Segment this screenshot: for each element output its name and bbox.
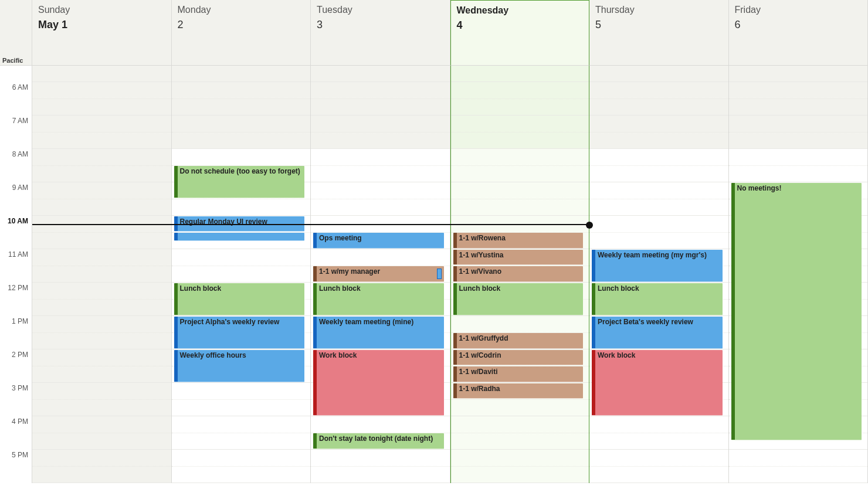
day-column-tuesday[interactable]: Ops meeting1-1 w/my managerLunch blockWe… xyxy=(311,66,450,483)
calendar-event[interactable] xyxy=(174,233,305,241)
time-slot[interactable] xyxy=(589,149,728,182)
event-title: Ops meeting xyxy=(319,234,362,242)
calendar-event[interactable]: Ops meeting xyxy=(313,233,444,249)
day-column-friday[interactable]: No meetings! xyxy=(729,66,869,483)
event-category-stripe xyxy=(313,266,317,281)
calendar-event[interactable]: 1-1 w/Gruffydd xyxy=(453,333,584,349)
time-slot[interactable] xyxy=(451,66,589,82)
time-slot[interactable] xyxy=(729,115,868,149)
calendar-event[interactable]: 1-1 w/my manager xyxy=(313,266,444,282)
time-slot[interactable] xyxy=(172,249,311,283)
time-slot[interactable] xyxy=(32,182,171,216)
time-slot[interactable] xyxy=(172,82,311,115)
calendar-event[interactable]: Lunch block xyxy=(453,283,584,315)
time-slot[interactable] xyxy=(172,383,311,416)
event-title: 1-1 w/Radha xyxy=(459,385,500,393)
time-slot[interactable] xyxy=(32,216,171,249)
day-header-tuesday[interactable]: Tuesday3 xyxy=(311,0,450,66)
calendar-event[interactable]: 1-1 w/Codrin xyxy=(453,350,584,366)
time-slot[interactable] xyxy=(172,115,311,149)
time-slot[interactable] xyxy=(451,450,589,483)
calendar-event[interactable]: Do not schedule (too easy to forget) xyxy=(174,166,305,198)
day-header-wednesday[interactable]: Wednesday4 xyxy=(450,0,590,66)
time-slot[interactable] xyxy=(32,283,171,316)
calendar-event[interactable]: Lunch block xyxy=(313,283,444,315)
event-category-stripe xyxy=(313,283,317,315)
calendar-event[interactable]: 1-1 w/Yustina xyxy=(453,250,584,266)
day-column-sunday[interactable] xyxy=(32,66,172,483)
hour-label: 9 AM xyxy=(0,182,32,216)
time-slot[interactable] xyxy=(589,182,728,216)
event-category-stripe xyxy=(592,317,595,348)
calendar-event[interactable]: 1-1 w/Rowena xyxy=(453,233,584,249)
calendar-event[interactable]: 1-1 w/Vivano xyxy=(453,266,584,282)
time-slot[interactable] xyxy=(172,416,311,450)
calendar-event[interactable]: Weekly team meeting (my mgr's) xyxy=(592,250,723,282)
day-header-thursday[interactable]: Thursday5 xyxy=(589,0,729,66)
event-category-stripe xyxy=(313,350,317,415)
day-date: 3 xyxy=(317,19,444,31)
hour-label: 11 AM xyxy=(0,249,32,283)
time-slot[interactable] xyxy=(32,383,171,416)
calendar-event[interactable]: 1-1 w/Daviti xyxy=(453,366,584,382)
time-slot[interactable] xyxy=(311,82,450,115)
calendar-event[interactable]: Lunch block xyxy=(592,283,723,315)
time-slot[interactable] xyxy=(729,450,868,483)
day-column-thursday[interactable]: Weekly team meeting (my mgr's)Lunch bloc… xyxy=(589,66,729,483)
time-slot[interactable] xyxy=(311,66,450,82)
calendar-event[interactable]: Weekly team meeting (mine) xyxy=(313,317,444,349)
time-slot[interactable] xyxy=(589,115,728,149)
calendar-event[interactable]: Work block xyxy=(592,350,723,416)
event-title: 1-1 w/Vivano xyxy=(459,267,501,276)
time-slot[interactable] xyxy=(729,149,868,182)
time-slot[interactable] xyxy=(451,115,589,149)
day-column-wednesday[interactable]: 1-1 w/Rowena1-1 w/Yustina1-1 w/VivanoLun… xyxy=(450,66,590,483)
calendar-event[interactable]: Lunch block xyxy=(174,283,305,315)
time-slot[interactable] xyxy=(451,149,589,182)
time-slot[interactable] xyxy=(589,450,728,483)
time-slot[interactable] xyxy=(451,182,589,216)
time-slot[interactable] xyxy=(32,82,171,115)
event-title: 1-1 w/Codrin xyxy=(459,351,501,359)
day-date: May 1 xyxy=(38,19,165,31)
event-title: Regular Monday UI review xyxy=(180,218,267,226)
day-header-friday[interactable]: Friday6 xyxy=(729,0,869,66)
hour-label: 4 PM xyxy=(0,416,32,450)
time-slot[interactable] xyxy=(589,416,728,450)
time-slot[interactable] xyxy=(32,416,171,450)
time-slot[interactable] xyxy=(32,450,171,483)
time-slot[interactable] xyxy=(451,416,589,450)
event-category-stripe xyxy=(453,333,457,348)
time-slot[interactable] xyxy=(32,349,171,383)
time-slot[interactable] xyxy=(311,450,450,483)
time-slot[interactable] xyxy=(729,82,868,115)
calendar-event[interactable]: No meetings! xyxy=(731,183,862,441)
time-slot[interactable] xyxy=(172,450,311,483)
event-category-stripe xyxy=(453,250,457,265)
time-slot[interactable] xyxy=(32,115,171,149)
calendar-event[interactable]: Work block xyxy=(313,350,444,416)
calendar-event[interactable]: Don't stay late tonight (date night) xyxy=(313,433,444,449)
calendar-event[interactable]: Regular Monday UI review xyxy=(174,216,305,232)
time-slot[interactable] xyxy=(311,182,450,216)
time-slot[interactable] xyxy=(589,66,728,82)
time-slot[interactable] xyxy=(729,66,868,82)
calendar-event[interactable]: 1-1 w/Radha xyxy=(453,383,584,399)
time-slot[interactable] xyxy=(32,66,171,82)
time-slot[interactable] xyxy=(32,149,171,182)
time-slot[interactable] xyxy=(451,82,589,115)
time-slot[interactable] xyxy=(589,216,728,249)
day-header-monday[interactable]: Monday2 xyxy=(172,0,311,66)
hour-label xyxy=(0,66,32,82)
time-slot[interactable] xyxy=(172,66,311,82)
calendar-event[interactable]: Project Alpha's weekly review xyxy=(174,317,305,349)
time-slot[interactable] xyxy=(311,115,450,149)
day-column-monday[interactable]: Do not schedule (too easy to forget)Regu… xyxy=(172,66,311,483)
time-slot[interactable] xyxy=(311,149,450,182)
calendar-event[interactable]: Project Beta's weekly review xyxy=(592,317,723,349)
time-slot[interactable] xyxy=(589,82,728,115)
time-slot[interactable] xyxy=(32,316,171,349)
time-slot[interactable] xyxy=(32,249,171,283)
calendar-event[interactable]: Weekly office hours xyxy=(174,350,305,382)
day-header-sunday[interactable]: SundayMay 1 xyxy=(32,0,172,66)
